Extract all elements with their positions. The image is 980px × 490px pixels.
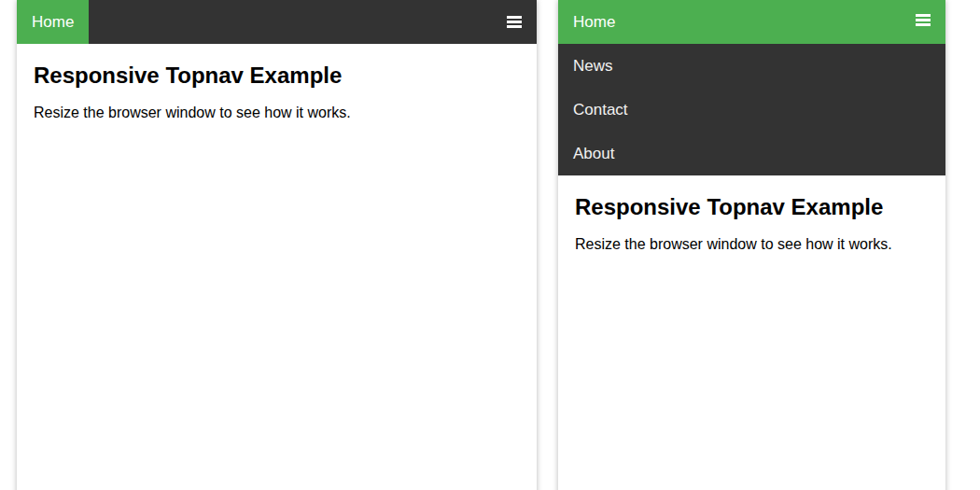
page-description: Resize the browser window to see how it … bbox=[34, 104, 522, 121]
page-content: Responsive Topnav Example Resize the bro… bbox=[558, 194, 945, 253]
nav-link-about[interactable]: About bbox=[558, 132, 945, 175]
hamburger-bar bbox=[507, 21, 522, 23]
hamburger-icon[interactable] bbox=[916, 14, 931, 26]
topnav: Home News Contact About bbox=[558, 0, 945, 175]
page-content: Responsive Topnav Example Resize the bro… bbox=[17, 63, 537, 121]
hamburger-bar bbox=[916, 23, 931, 26]
page-title: Responsive Topnav Example bbox=[34, 63, 522, 89]
nav-link-contact[interactable]: Contact bbox=[558, 88, 945, 132]
hamburger-bar bbox=[507, 25, 522, 28]
hamburger-bar bbox=[916, 19, 931, 21]
page-description: Resize the browser window to see how it … bbox=[575, 235, 931, 253]
hamburger-bar bbox=[916, 14, 931, 17]
hamburger-icon[interactable] bbox=[507, 16, 522, 28]
browser-frame-collapsed: Home Responsive Topnav Example Resize th… bbox=[17, 0, 537, 490]
nav-link-news[interactable]: News bbox=[558, 44, 945, 88]
topnav: Home bbox=[17, 0, 537, 44]
page-title: Responsive Topnav Example bbox=[575, 194, 931, 220]
nav-link-home[interactable]: Home bbox=[558, 0, 945, 44]
browser-frame-expanded: Home News Contact About Responsive Topna… bbox=[558, 0, 945, 490]
nav-link-home[interactable]: Home bbox=[17, 0, 89, 44]
hamburger-bar bbox=[507, 16, 522, 19]
